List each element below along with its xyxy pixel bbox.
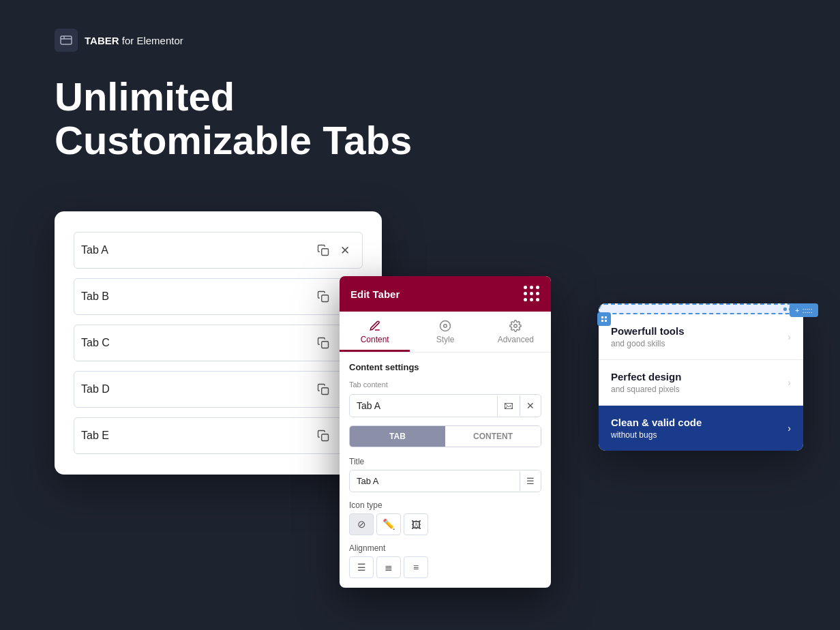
svg-rect-11 (601, 320, 603, 322)
icon-none-button[interactable]: ⊘ (349, 513, 374, 535)
edit-panel-tab-bar: Content Style Advanced (340, 312, 551, 352)
copy-tab-button[interactable]: 🖂 (497, 395, 520, 416)
edit-panel-title: Edit Taber (350, 288, 400, 300)
grid-icon (524, 286, 540, 302)
preview-item[interactable]: Clean & valid code without bugs › (599, 406, 803, 451)
preview-item-title: Clean & valid code (611, 417, 702, 428)
align-right-button[interactable]: ≡ (404, 556, 428, 578)
toggle-content-button[interactable]: CONTENT (445, 426, 541, 447)
title-label: Title (349, 457, 541, 466)
brand-icon (55, 29, 78, 52)
tab-row-label: Tab B (81, 290, 312, 303)
preview-item[interactable]: Powerfull tools and good skills › (599, 314, 803, 360)
preview-item-title: Powerfull tools (611, 325, 685, 337)
tab-row: Tab B ✕ (74, 278, 363, 315)
svg-point-8 (514, 325, 518, 328)
headline-line2: Customizable Tabs (55, 119, 412, 162)
branding: TABER for Elementor (55, 29, 183, 52)
svg-rect-1 (322, 249, 329, 256)
tab-style[interactable]: Style (410, 312, 480, 352)
tab-advanced[interactable]: Advanced (481, 312, 551, 352)
preview-item-text: Powerfull tools and good skills (611, 325, 685, 348)
close-tab-button[interactable]: ✕ (520, 395, 541, 416)
section-title: Content settings (349, 362, 541, 372)
svg-rect-12 (605, 320, 607, 322)
preview-item[interactable]: Perfect design and squared pixels › (599, 360, 803, 406)
preview-item-sub: without bugs (611, 430, 702, 440)
chevron-right-icon: › (787, 331, 791, 342)
alignment-row: ☰ ≣ ≡ (349, 556, 541, 578)
tab-list-card: Tab A ✕ Tab B ✕ Tab C (55, 211, 382, 475)
svg-rect-5 (322, 434, 329, 441)
edit-panel: Edit Taber Content Style Advanced (340, 276, 551, 588)
floating-add-button[interactable]: +::::: (790, 303, 818, 317)
svg-rect-10 (605, 316, 607, 318)
icon-type-row: ⊘ ✏️ 🖼 (349, 513, 541, 535)
tab-content-toggle: TAB CONTENT (349, 425, 541, 447)
alignment-label: Alignment (349, 543, 541, 553)
title-input[interactable] (350, 470, 520, 492)
svg-rect-0 (61, 36, 72, 44)
preview-item-sub: and good skills (611, 339, 685, 348)
title-input-row: ☰ (349, 470, 541, 492)
svg-point-6 (440, 321, 450, 331)
tab-row-label: Tab C (81, 337, 312, 349)
svg-rect-3 (322, 342, 329, 348)
tab-content[interactable]: Content (340, 312, 410, 352)
align-left-button[interactable]: ☰ (349, 556, 374, 578)
align-center-button[interactable]: ≣ (376, 556, 401, 578)
edit-panel-body: Content settings Tab content 🖂 ✕ TAB CON… (340, 352, 551, 588)
title-align-icon[interactable]: ☰ (520, 471, 541, 491)
tab-copy-button[interactable] (312, 425, 335, 446)
chevron-right-icon: › (787, 377, 791, 388)
tab-copy-button[interactable] (312, 333, 335, 353)
tab-content-label: Tab content (349, 380, 541, 389)
tab-row: Tab E ✕ (74, 417, 363, 454)
headline-line1: Unlimited (55, 75, 412, 119)
tab-row: Tab A ✕ (74, 232, 363, 269)
preview-item-sub: and squared pixels (611, 385, 681, 394)
svg-rect-9 (601, 316, 603, 318)
tab-remove-button[interactable]: ✕ (335, 239, 355, 262)
tab-copy-button[interactable] (312, 379, 335, 400)
toggle-tab-button[interactable]: TAB (350, 426, 445, 447)
tab-row-label: Tab D (81, 383, 312, 395)
svg-rect-2 (322, 295, 329, 302)
tab-input-row: 🖂 ✕ (349, 394, 541, 417)
icon-type-label: Icon type (349, 500, 541, 510)
icon-pencil-button[interactable]: ✏️ (376, 513, 401, 535)
tab-row-label: Tab E (81, 430, 312, 442)
icon-image-button[interactable]: 🖼 (404, 513, 428, 535)
tab-a-input[interactable] (350, 395, 497, 417)
tab-copy-button[interactable] (312, 286, 335, 307)
edit-panel-header: Edit Taber (340, 276, 551, 312)
tab-row-label: Tab A (81, 244, 312, 256)
svg-rect-4 (322, 388, 329, 395)
svg-point-7 (444, 325, 447, 328)
preview-top-bar (599, 303, 803, 314)
preview-item-title: Perfect design (611, 371, 681, 382)
tab-row: Tab C ✕ (74, 325, 363, 361)
preview-card: Powerfull tools and good skills › Perfec… (599, 303, 803, 451)
preview-item-text: Clean & valid code without bugs (611, 417, 702, 440)
tab-row: Tab D ✕ (74, 371, 363, 408)
tab-copy-button[interactable] (312, 240, 335, 260)
brand-name: TABER for Elementor (85, 35, 183, 46)
resize-handle[interactable] (597, 312, 611, 326)
headline: Unlimited Customizable Tabs (55, 75, 412, 162)
chevron-right-icon: › (787, 423, 791, 434)
preview-item-text: Perfect design and squared pixels (611, 371, 681, 394)
